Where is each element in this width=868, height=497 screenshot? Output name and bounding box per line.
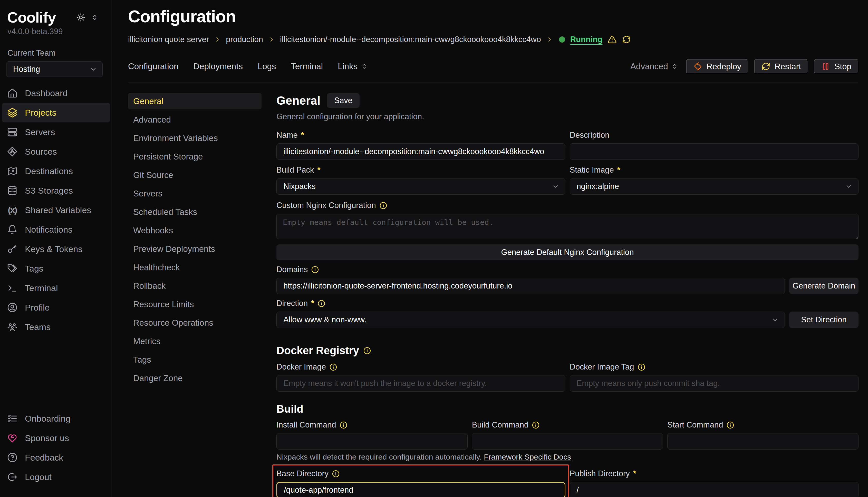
sidebar-item-notifications[interactable]: Notifications: [0, 220, 112, 239]
sidebar-item-label: Sponsor us: [25, 433, 69, 443]
map-icon: [7, 166, 18, 176]
static-image-select[interactable]: nginx:alpine: [570, 178, 859, 195]
build-pack-select[interactable]: Nixpacks: [276, 178, 565, 195]
sidebar-item-label: Servers: [25, 127, 55, 137]
docker-image-tag-input[interactable]: [570, 375, 859, 392]
sidebar-item-servers[interactable]: Servers: [0, 122, 112, 142]
breadcrumb-item[interactable]: illicitonion quote server: [128, 35, 209, 44]
status-warning[interactable]: [607, 35, 617, 44]
breadcrumb-item[interactable]: illicitestonion/-module--decomposition:m…: [280, 35, 541, 44]
generate-nginx-button[interactable]: Generate Default Nginx Configuration: [276, 244, 858, 260]
name-input[interactable]: [276, 143, 565, 160]
redeploy-button[interactable]: Redeploy: [686, 59, 748, 74]
status-running-link[interactable]: Running: [570, 35, 603, 44]
sidebar-item-label: Terminal: [25, 283, 58, 293]
start-command-input[interactable]: [667, 433, 858, 450]
subnav-item-resource-operations[interactable]: Resource Operations: [128, 315, 262, 331]
sidebar-item-logout[interactable]: Logout: [0, 467, 112, 487]
breadcrumb-item[interactable]: production: [226, 35, 263, 44]
chevron-down-icon: [845, 183, 853, 190]
subnav-item-webhooks[interactable]: Webhooks: [128, 222, 262, 239]
team-select[interactable]: Hosting: [6, 61, 103, 77]
subnav-item-tags[interactable]: Tags: [128, 352, 262, 368]
subnav-item-general[interactable]: General: [128, 93, 262, 109]
tab-terminal[interactable]: Terminal: [291, 61, 323, 71]
tab-logs[interactable]: Logs: [258, 61, 276, 71]
docker-registry-heading: Docker Registry: [276, 344, 359, 357]
sidebar-item-shared-variables[interactable]: (x)Shared Variables: [0, 200, 112, 220]
sidebar-item-dashboard[interactable]: Dashboard: [0, 83, 112, 103]
name-field: Name*: [276, 130, 565, 160]
sidebar-item-onboarding[interactable]: Onboarding: [0, 409, 112, 428]
theme-controls: [76, 13, 99, 22]
sidebar-item-destinations[interactable]: Destinations: [0, 161, 112, 181]
domains-input[interactable]: [276, 278, 785, 294]
publish-directory-input[interactable]: [570, 482, 859, 497]
advanced-dropdown[interactable]: Advanced: [630, 61, 678, 71]
sidebar-item-teams[interactable]: Teams: [0, 317, 112, 337]
general-heading: General: [276, 94, 320, 108]
breadcrumb-separator: [546, 36, 553, 43]
subnav-item-rollback[interactable]: Rollback: [128, 278, 262, 294]
generate-domain-button[interactable]: Generate Domain: [789, 278, 858, 294]
chevrons-up-down-icon[interactable]: [91, 14, 99, 21]
custom-nginx-textarea[interactable]: [276, 214, 858, 239]
restart-button[interactable]: Restart: [754, 59, 808, 74]
user-circle-icon: [7, 302, 18, 313]
tabs-divider: [128, 83, 858, 83]
sidebar-item-sources[interactable]: Sources: [0, 142, 112, 161]
install-command-input[interactable]: [276, 433, 468, 450]
sidebar-item-keys-tokens[interactable]: Keys & Tokens: [0, 239, 112, 259]
framework-docs-link[interactable]: Framework Specific Docs: [484, 453, 571, 461]
chevrons-up-down-icon: [361, 63, 368, 70]
tab-links[interactable]: Links: [338, 61, 368, 71]
info-icon: [532, 421, 540, 429]
subnav-item-preview-deployments[interactable]: Preview Deployments: [128, 241, 262, 257]
set-direction-button[interactable]: Set Direction: [789, 312, 858, 328]
save-button[interactable]: Save: [327, 93, 360, 108]
build-command-input[interactable]: [472, 433, 663, 450]
sidebar-item-tags[interactable]: Tags: [0, 259, 112, 278]
tag-icon: [7, 263, 18, 274]
subnav-item-persistent-storage[interactable]: Persistent Storage: [128, 148, 262, 165]
static-image-field: Static Image* nginx:alpine: [570, 166, 859, 195]
tab-label: Configuration: [128, 61, 178, 71]
tabs-row: ConfigurationDeploymentsLogsTerminalLink…: [128, 59, 858, 74]
tab-label: Terminal: [291, 61, 323, 71]
chevrons-up-down-icon: [671, 63, 678, 70]
subnav-item-servers[interactable]: Servers: [128, 185, 262, 202]
sidebar-item-label: S3 Storages: [25, 186, 73, 196]
stop-button[interactable]: Stop: [814, 59, 858, 74]
sidebar-item-terminal[interactable]: Terminal: [0, 278, 112, 298]
subnav-item-advanced[interactable]: Advanced: [128, 112, 262, 128]
subnav-item-danger-zone[interactable]: Danger Zone: [128, 370, 262, 386]
description-input[interactable]: [570, 143, 859, 160]
list-checks-icon: [7, 413, 18, 424]
subnav-item-metrics[interactable]: Metrics: [128, 333, 262, 349]
subnav-item-environment-variables[interactable]: Environment Variables: [128, 130, 262, 146]
subnav-item-git-source[interactable]: Git Source: [128, 167, 262, 183]
docker-image-input[interactable]: [276, 375, 565, 392]
app-logo[interactable]: Coolify: [7, 9, 56, 26]
sidebar-item-projects[interactable]: Projects: [2, 103, 110, 122]
direction-value: Allow www & non-www.: [283, 315, 367, 324]
subnav-item-healthcheck[interactable]: Healthcheck: [128, 259, 262, 275]
docker-registry-heading-row: Docker Registry: [276, 344, 858, 357]
tab-deployments[interactable]: Deployments: [193, 61, 243, 71]
tab-configuration[interactable]: Configuration: [128, 61, 178, 71]
required-asterisk: *: [301, 130, 304, 140]
status-refresh[interactable]: [622, 35, 631, 44]
base-directory-input[interactable]: [276, 482, 565, 497]
sidebar-item-s3-storages[interactable]: S3 Storages: [0, 181, 112, 200]
sidebar-item-profile[interactable]: Profile: [0, 298, 112, 317]
sidebar-item-feedback[interactable]: Feedback: [0, 448, 112, 467]
description-label: Description: [570, 130, 609, 140]
general-subtitle: General configuration for your applicati…: [276, 112, 858, 121]
subnav-item-scheduled-tasks[interactable]: Scheduled Tasks: [128, 204, 262, 220]
action-button-label: Redeploy: [706, 62, 741, 71]
subnav-item-resource-limits[interactable]: Resource Limits: [128, 296, 262, 312]
sun-icon[interactable]: [76, 13, 86, 22]
breadcrumb: illicitonion quote serverproductionillic…: [128, 35, 858, 44]
direction-select[interactable]: Allow www & non-www.: [276, 312, 785, 328]
sidebar-item-sponsor-us[interactable]: Sponsor us: [0, 428, 112, 448]
